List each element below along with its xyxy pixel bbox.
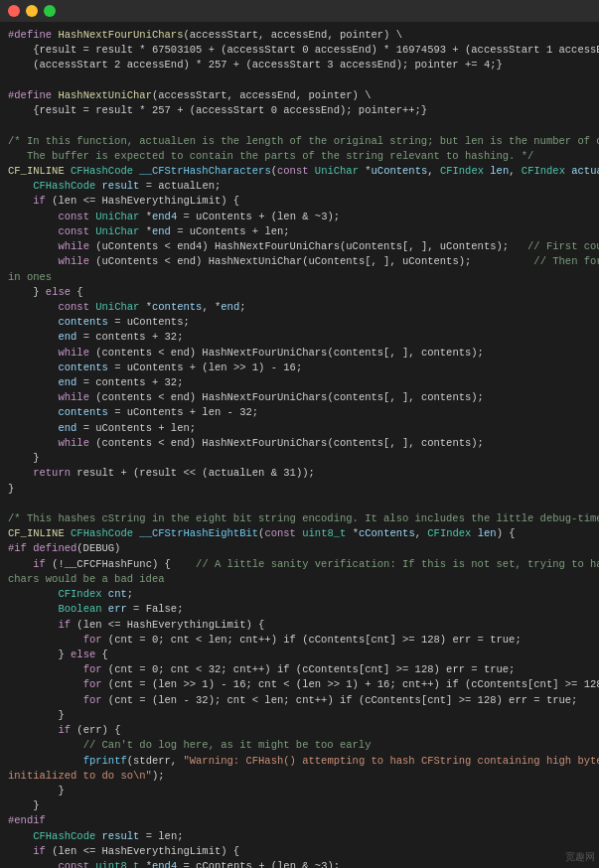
code-content: #define HashNextFourUniChars(accessStart… bbox=[0, 28, 599, 868]
traffic-light-red[interactable] bbox=[8, 5, 20, 17]
traffic-light-yellow[interactable] bbox=[26, 5, 38, 17]
code-area: #define HashNextFourUniChars(accessStart… bbox=[0, 22, 599, 868]
watermark: 宽趣网 bbox=[565, 850, 595, 864]
window-chrome bbox=[0, 0, 599, 22]
traffic-light-green[interactable] bbox=[44, 5, 56, 17]
